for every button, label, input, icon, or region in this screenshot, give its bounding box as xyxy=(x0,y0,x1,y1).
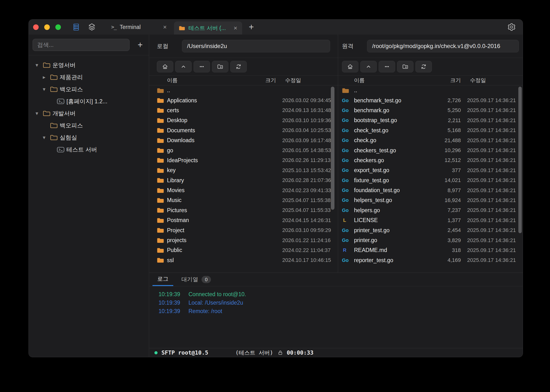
file-row[interactable]: Project 2026.03.10 09:59:29 xyxy=(149,225,338,235)
file-row[interactable]: .. xyxy=(338,85,523,95)
column-date[interactable]: 수정일 xyxy=(467,77,523,84)
file-row[interactable]: Public 2024.02.22 11:04:37 xyxy=(149,245,338,255)
file-icon: R xyxy=(342,247,352,253)
file-row[interactable]: Library 2026.02.28 21:07:36 xyxy=(149,175,338,185)
disclosure-arrow-icon[interactable] xyxy=(43,74,50,80)
file-row[interactable]: Go helpers.go 7,237 2025.09.17 14:36:21 xyxy=(338,205,523,215)
disclosure-arrow-icon[interactable] xyxy=(43,134,50,141)
log-message: Connected to root@10. xyxy=(188,290,246,299)
refresh-button[interactable] xyxy=(230,61,247,72)
tab-sftp-active[interactable]: 테스트 서버 (... × xyxy=(174,21,242,35)
new-folder-button[interactable] xyxy=(212,61,228,72)
refresh-button[interactable] xyxy=(415,61,432,72)
tree-item[interactable]: 운영서버 xyxy=(29,59,149,71)
file-icon xyxy=(157,98,165,103)
log-message: Local: /Users/inside2u xyxy=(188,299,243,307)
file-row[interactable]: Postman 2024.04.15 14:26:31 xyxy=(149,215,338,225)
file-row[interactable]: Go export_test.go 377 2025.09.17 14:36:2… xyxy=(338,165,523,175)
tab-terminal[interactable]: >_ Terminal × xyxy=(106,20,172,35)
file-name: Project xyxy=(167,227,249,234)
tab-log[interactable]: 로그 xyxy=(152,273,173,286)
file-row[interactable]: Go reporter_test.go 4,169 2025.09.17 14:… xyxy=(338,255,523,265)
column-date[interactable]: 수정일 xyxy=(282,77,338,84)
file-row[interactable]: Go checkers_test.go 10,296 2025.09.17 14… xyxy=(338,145,523,155)
file-row[interactable]: Desktop 2026.03.10 10:19:36 xyxy=(149,115,338,125)
new-folder-button[interactable] xyxy=(397,61,413,72)
home-button[interactable] xyxy=(157,61,173,72)
more-actions-button[interactable] xyxy=(379,61,395,72)
file-date: 2026.02.28 21:07:36 xyxy=(282,177,338,183)
file-row[interactable]: Go check_test.go 5,168 2025.09.17 14:36:… xyxy=(338,126,523,135)
tree-item[interactable]: 제품관리 xyxy=(29,71,149,83)
remote-path-input[interactable] xyxy=(367,40,519,52)
disclosure-arrow-icon[interactable] xyxy=(36,62,43,68)
file-row[interactable]: Applications 2026.03.02 09:34:45 xyxy=(149,95,338,105)
server-rack-icon[interactable] xyxy=(72,23,80,31)
column-size[interactable]: 크기 xyxy=(434,77,461,84)
disclosure-arrow-icon[interactable] xyxy=(36,110,43,117)
file-row[interactable]: certs 2024.09.13 16:31:48 xyxy=(149,105,338,115)
remote-scrollbar[interactable] xyxy=(518,87,522,233)
file-row[interactable]: projects 2026.01.22 11:24:16 xyxy=(149,235,338,245)
folder-icon xyxy=(342,88,349,93)
local-table-header: 이름 크기 수정일 xyxy=(149,75,338,85)
column-name[interactable]: 이름 xyxy=(167,77,249,84)
file-row[interactable]: .. xyxy=(149,85,338,95)
file-row[interactable]: Movies 2024.02.23 09:41:33 xyxy=(149,185,338,195)
minimize-window-button[interactable] xyxy=(44,24,50,30)
layers-icon[interactable] xyxy=(87,23,96,31)
more-actions-button[interactable] xyxy=(194,61,210,72)
file-row[interactable]: Go checkers.go 12,512 2025.09.17 14:36:2… xyxy=(338,155,523,165)
home-button[interactable] xyxy=(342,61,358,72)
file-row[interactable]: Go printer.go 3,829 2025.09.17 14:36:21 xyxy=(338,235,523,245)
file-size: 10,296 xyxy=(434,147,461,154)
close-window-button[interactable] xyxy=(33,24,39,30)
local-scrollbar[interactable] xyxy=(331,87,334,210)
file-row[interactable]: Documents 2026.03.04 10:25:53 xyxy=(149,126,338,135)
local-path-input[interactable] xyxy=(182,40,330,52)
tree-item[interactable]: 실험실 xyxy=(29,132,149,144)
add-host-button[interactable]: + xyxy=(135,40,145,50)
log-line: 10:19:39 Remote: /root xyxy=(159,307,523,315)
file-row[interactable]: Downloads 2026.03.09 16:17:48 xyxy=(149,135,338,145)
file-row[interactable]: Go helpers_test.go 16,924 2025.09.17 14:… xyxy=(338,195,523,205)
file-row[interactable]: Go bootstrap_test.go 2,211 2025.09.17 14… xyxy=(338,115,523,125)
up-directory-button[interactable] xyxy=(175,61,192,72)
tree-item[interactable]: 개발서버 xyxy=(29,107,149,119)
up-directory-button[interactable] xyxy=(360,61,377,72)
file-row[interactable]: Go foundation_test.go 8,977 2025.09.17 1… xyxy=(338,185,523,195)
search-input[interactable] xyxy=(33,39,130,51)
tree-item[interactable]: 백오피스 xyxy=(29,83,149,95)
file-row[interactable]: key 2025.10.13 15:53:42 xyxy=(149,165,338,175)
zoom-window-button[interactable] xyxy=(55,24,61,30)
settings-button[interactable] xyxy=(507,23,516,31)
disclosure-arrow-icon[interactable] xyxy=(43,86,50,92)
tab-close-icon[interactable]: × xyxy=(229,25,237,31)
file-row[interactable]: Music 2025.04.07 11:55:38 xyxy=(149,195,338,205)
column-size[interactable]: 크기 xyxy=(249,77,276,84)
tree-item[interactable]: [홈페이지] 1.2... xyxy=(29,95,149,107)
file-row[interactable]: Go fixture_test.go 14,021 2025.09.17 14:… xyxy=(338,175,523,185)
file-icon xyxy=(157,157,165,163)
log-time: 10:19:39 xyxy=(159,299,184,307)
file-row[interactable]: go 2026.01.05 14:38:53 xyxy=(149,145,338,155)
tree-item[interactable]: 백오피스 xyxy=(29,119,149,132)
new-tab-button[interactable]: + xyxy=(246,22,257,32)
tree-item-label: [홈페이지] 1.2... xyxy=(66,98,107,105)
file-row[interactable]: Go benchmark.go 5,250 2025.09.17 14:36:2… xyxy=(338,105,523,115)
tab-queue[interactable]: 대기열 0 xyxy=(179,273,213,286)
file-row[interactable]: Go check.go 21,488 2025.09.17 14:36:21 xyxy=(338,135,523,145)
tab-close-icon[interactable]: × xyxy=(158,24,167,30)
file-row[interactable]: Go printer_test.go 2,454 2025.09.17 14:3… xyxy=(338,225,523,235)
connection-label: SFTP root@10.5 xyxy=(161,350,208,356)
file-row[interactable]: R README.md 318 2025.09.17 14:36:21 xyxy=(338,245,523,255)
file-date: 2026.03.04 10:25:53 xyxy=(282,127,338,133)
file-row[interactable]: ssl 2024.10.17 10:46:15 xyxy=(149,255,338,265)
column-name[interactable]: 이름 xyxy=(354,77,434,84)
file-row[interactable]: Go benchmark_test.go 2,726 2025.09.17 14… xyxy=(338,95,523,105)
tree-item[interactable]: 테스트 서버 xyxy=(29,144,149,156)
connection-status-dot xyxy=(154,351,158,354)
file-row[interactable]: Pictures 2025.04.07 11:55:33 xyxy=(149,205,338,215)
file-row[interactable]: L LICENSE 1,377 2025.09.17 14:36:21 xyxy=(338,215,523,225)
file-row[interactable]: IdeaProjects 2026.02.26 11:29:13 xyxy=(149,155,338,165)
